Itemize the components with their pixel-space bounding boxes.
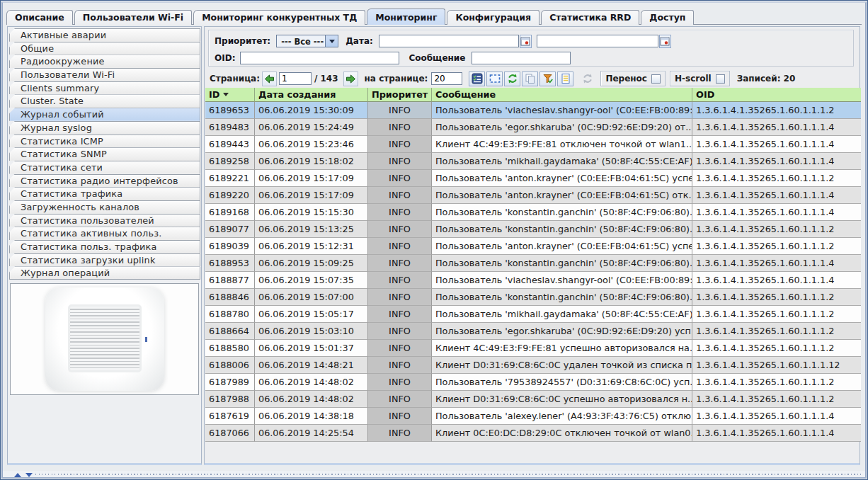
sidebar-item-uplink-load-statistics[interactable]: Статистика загрузки uplink [9,253,200,267]
list-view-button[interactable] [469,72,485,86]
arrow-right-icon [346,74,356,84]
tab-wifi-users[interactable]: Пользователи Wi-Fi [74,10,192,25]
select-columns-button[interactable] [486,72,503,86]
wrap-checkbox[interactable] [651,74,661,84]
oid-input[interactable] [240,52,399,64]
tab-configuration[interactable]: Конфигурация [447,10,539,25]
previous-page-button[interactable] [262,72,277,86]
cell-message: Клиент 4C:49:E3:F9:FE:81 отключен точкой… [432,136,692,153]
column-header-date[interactable]: Дата создания [255,88,368,102]
column-header-priority[interactable]: Приоритет [368,88,432,102]
cell-date: 06.06.2019 15:17:09 [255,187,368,204]
tab-rrd-statistics[interactable]: Статистика RRD [541,10,639,25]
table-row[interactable]: 618858006.06.2019 15:01:37INFOКлиент 4C:… [205,340,861,357]
table-row[interactable]: 618866406.06.2019 15:03:10INFOПользовате… [205,323,861,340]
sidebar-item-radio-interface-statistics[interactable]: Статистика радио интерфейсов [9,174,200,188]
table-row[interactable]: 618965306.06.2019 15:30:09INFOПользовате… [205,102,861,119]
tab-description[interactable]: Описание [6,10,73,25]
hscroll-checkbox[interactable] [716,74,725,84]
sidebar-item-operation-log[interactable]: Журнал операций [9,266,200,280]
column-header-oid[interactable]: OID [692,88,861,102]
cell-priority: INFO [368,204,432,221]
sidebar-item-user-statistics[interactable]: Статистика пользователей [9,214,200,227]
cell-priority: INFO [368,408,432,425]
date-to-calendar-button[interactable] [659,35,671,48]
sidebar-item-active-alarms[interactable]: Активные аварии [9,28,200,42]
cell-priority: INFO [368,391,432,408]
cell-priority: INFO [368,153,432,170]
cell-priority: INFO [368,425,432,442]
tab-access[interactable]: Доступ [641,10,694,25]
table-row[interactable]: 618925806.06.2019 15:18:02INFOПользовате… [205,153,861,170]
cell-oid: 1.3.6.1.4.1.35265.1.60.1.1.1.2 [692,340,861,357]
per-page-input[interactable] [431,72,462,85]
table-row[interactable]: 618800606.06.2019 14:48:21INFOКлиент D0:… [205,357,861,374]
records-count-label: Записей: 20 [737,74,796,84]
tab-competitor-ap-monitoring[interactable]: Мониторинг конкурентных ТД [193,10,365,25]
date-from-input[interactable] [379,35,519,47]
cell-message: Клиент 4C:49:E3:F9:FE:81 успешно авториз… [432,340,692,357]
table-row[interactable]: 618706606.06.2019 14:25:54INFOКлиент 0C:… [205,425,861,442]
table-row[interactable]: 618798806.06.2019 14:48:02INFOКлиент D0:… [205,391,861,408]
sidebar-item-icmp-statistics[interactable]: Статистика ICMP [9,135,200,148]
dropdown-arrow-button[interactable] [325,35,338,47]
filter-row-2: OID: Сообщение [215,50,853,66]
sidebar-item-traffic-statistics[interactable]: Статистика трафика [9,187,200,200]
cell-id: 6189039 [205,238,255,255]
date-from-calendar-button[interactable] [520,35,532,48]
sidebar-item-cluster-state[interactable]: Cluster. State [9,94,200,108]
table-row[interactable]: 618944306.06.2019 15:23:46INFOКлиент 4C:… [205,136,861,153]
priority-dropdown[interactable]: --- Все --- [276,35,338,47]
sidebar-item-user-traffic-statistics[interactable]: Статистика польз. трафика [9,240,200,253]
date-label: Дата: [346,36,373,46]
column-header-id[interactable]: ID [205,88,255,102]
access-point-image [45,287,164,391]
table-row[interactable]: 618884606.06.2019 15:07:00INFOПользовате… [205,289,861,306]
date-to-input[interactable] [537,35,658,47]
tab-monitoring[interactable]: Мониторинг [367,8,445,25]
divider-collapse-icon[interactable] [25,473,33,477]
cell-oid: 1.3.6.1.4.1.35265.1.60.1.1.1.2 [692,391,861,408]
table-row[interactable]: 618916806.06.2019 15:15:30INFOПользовате… [205,204,861,221]
cell-oid: 1.3.6.1.4.1.35265.1.60.1.1.1.2 [692,323,861,340]
table-row[interactable]: 618761906.06.2019 14:38:18INFOПользовате… [205,408,861,425]
next-page-button[interactable] [343,72,358,86]
export-report-button[interactable] [557,72,573,86]
sidebar-item-active-user-statistics[interactable]: Статистика активных польз. [9,227,200,240]
sidebar-item-wifi-users[interactable]: Пользователи Wi-Fi [9,68,200,81]
sidebar-item-radio-environment[interactable]: Радиоокружение [9,55,200,68]
sidebar-item-snmp-statistics[interactable]: Статистика SNMP [9,147,200,161]
cell-message: Пользователь 'viacheslav.shangyr-ool' (C… [432,272,692,289]
cell-oid: 1.3.6.1.4.1.35265.1.60.1.1.1.2 [692,102,861,119]
cell-date: 06.06.2019 15:24:49 [255,119,368,136]
sidebar-item-clients-summary[interactable]: Clients summary [9,81,200,95]
table-row[interactable]: 618878006.06.2019 15:05:17INFOПользовате… [205,306,861,323]
column-header-message[interactable]: Сообщение [432,88,692,102]
sidebar-item-general[interactable]: Общие [9,42,200,55]
sidebar-item-syslog[interactable]: Журнал syslog [9,121,200,135]
table-row[interactable]: 618798906.06.2019 14:48:02INFOПользовате… [205,374,861,391]
table-row[interactable]: 618903906.06.2019 15:12:31INFOПользовате… [205,238,861,255]
sidebar-item-network-statistics[interactable]: Статистика сети [9,161,200,174]
cell-priority: INFO [368,289,432,306]
copy-button[interactable] [522,72,538,86]
filter-apply-icon [542,73,554,84]
table-row[interactable]: 618948306.06.2019 15:24:49INFOПользовате… [205,119,861,136]
cell-priority: INFO [368,255,432,272]
table-row[interactable]: 618922006.06.2019 15:17:09INFOПользовате… [205,187,861,204]
sort-desc-icon [223,93,229,96]
table-row[interactable]: 618895306.06.2019 15:09:25INFOПользовате… [205,255,861,272]
split-divider[interactable] [3,471,865,478]
filter-row-1: Приоритет: --- Все --- Дата: [215,33,853,49]
table-row[interactable]: 618887706.06.2019 15:07:35INFOПользовате… [205,272,861,289]
table-row[interactable]: 618922106.06.2019 15:17:09INFOПользовате… [205,170,861,187]
divider-expand-icon[interactable] [14,473,21,477]
message-input[interactable] [472,52,571,64]
page-number-input[interactable] [279,72,312,85]
filter-apply-button[interactable] [539,72,556,86]
table-row[interactable]: 618907706.06.2019 15:13:25INFOПользовате… [205,221,861,238]
refresh-button[interactable] [504,72,520,86]
sidebar-item-channel-load[interactable]: Загруженность каналов [9,200,200,214]
cell-oid: 1.3.6.1.4.1.35265.1.60.1.1.1.4 [692,153,861,170]
sidebar-item-event-log[interactable]: Журнал событий [9,108,200,121]
